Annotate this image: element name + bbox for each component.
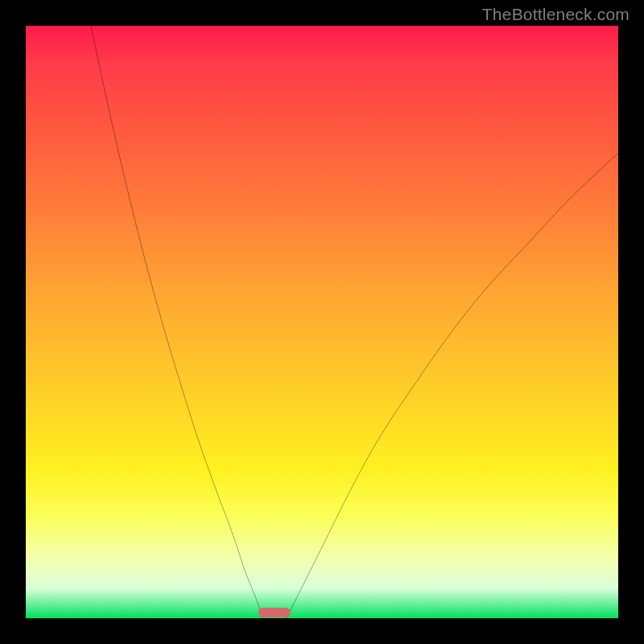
plot-area (26, 26, 618, 618)
optimal-marker (258, 608, 291, 617)
watermark-text: TheBottleneck.com (482, 5, 630, 24)
curve-right-branch (287, 153, 618, 618)
curve-left-branch (91, 26, 262, 618)
chart-frame: TheBottleneck.com (0, 0, 644, 644)
bottleneck-curve (26, 26, 618, 618)
